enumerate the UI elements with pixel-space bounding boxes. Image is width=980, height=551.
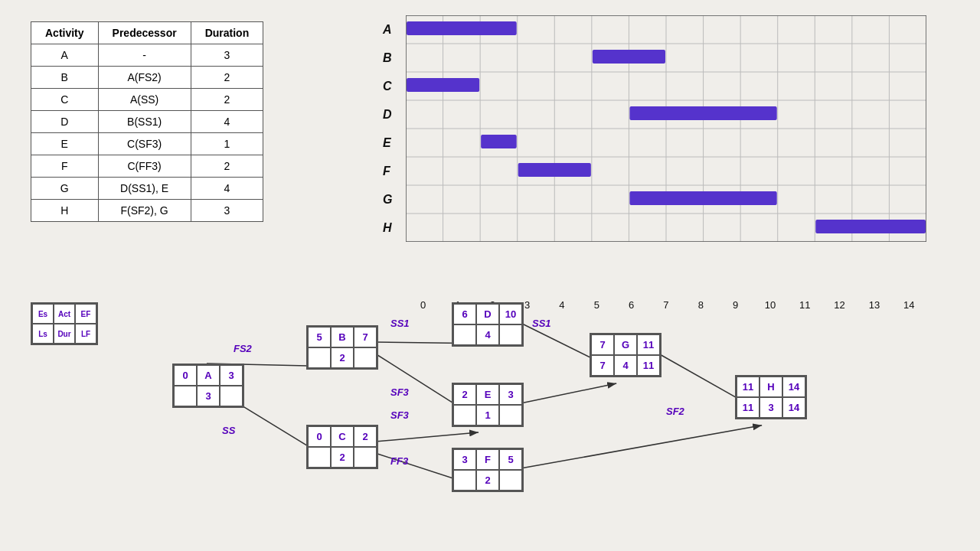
node-cell-B-1: B (331, 327, 354, 347)
node-G: 7G117411 (590, 333, 662, 377)
node-cell-B-4: 2 (331, 347, 354, 368)
node-cell-C-1: C (331, 426, 354, 447)
table-row: HF(SF2), G3 (31, 200, 263, 222)
table-cell-6-2: 4 (191, 178, 263, 200)
node-cell-B-5 (354, 347, 377, 368)
svg-line-36 (375, 342, 479, 344)
legend-cell-2: EF (75, 304, 96, 324)
table-cell-1-1: A(FS2) (98, 67, 191, 89)
node-cell-H-2: 14 (782, 377, 805, 397)
node-cell-F-3 (453, 470, 476, 491)
node-cell-F-4: 2 (476, 470, 499, 491)
table-cell-0-1: - (98, 44, 191, 67)
gantt-x-label-2: 2 (475, 299, 510, 311)
gantt-x-label-7: 7 (648, 299, 683, 311)
table-cell-7-2: 3 (191, 200, 263, 222)
gantt-x-label-5: 5 (580, 299, 614, 311)
table-cell-2-1: A(SS) (98, 89, 191, 111)
activity-table: Activity Predecessor Duration A-3BA(FS2)… (31, 21, 263, 222)
node-cell-B-2: 7 (354, 327, 377, 347)
node-cell-E-1: E (476, 384, 499, 405)
node-B: 5B72 (306, 325, 378, 370)
table-row: BA(FS2)2 (31, 67, 263, 89)
node-H: 11H1411314 (735, 375, 807, 419)
node-cell-E-4: 1 (476, 405, 499, 425)
network-arrows-svg (23, 298, 972, 543)
node-cell-G-0: 7 (591, 334, 614, 355)
node-cell-B-3 (308, 347, 331, 368)
table-row: DB(SS1)4 (31, 111, 263, 133)
node-cell-C-4: 2 (331, 447, 354, 468)
gantt-x-label-3: 3 (510, 299, 544, 311)
gantt-x-label-0: 0 (406, 299, 440, 311)
node-cell-A-5 (220, 386, 243, 406)
node-cell-F-1: F (476, 449, 499, 470)
gantt-x-label-6: 6 (614, 299, 648, 311)
table-row: FC(FF3)2 (31, 155, 263, 178)
node-cell-D-4: 4 (476, 324, 499, 345)
legend-cell-1: Act (54, 304, 75, 324)
gantt-x-label-14: 14 (892, 299, 926, 311)
node-cell-H-0: 11 (737, 377, 760, 397)
node-cell-G-3: 7 (591, 355, 614, 376)
node-cell-H-1: H (760, 377, 782, 397)
node-cell-F-2: 5 (499, 449, 522, 470)
node-cell-E-0: 2 (453, 384, 476, 405)
table-cell-3-1: B(SS1) (98, 111, 191, 133)
col-header-duration: Duration (191, 22, 263, 44)
node-cell-A-3 (174, 386, 197, 406)
arrow-label-4: SF3 (390, 409, 409, 421)
gantt-y-label-D: D (383, 100, 392, 129)
svg-rect-29 (518, 163, 591, 177)
node-cell-F-0: 3 (453, 449, 476, 470)
svg-line-35 (207, 384, 334, 462)
svg-rect-30 (629, 191, 776, 205)
table-cell-6-1: D(SS1), E (98, 178, 191, 200)
svg-rect-31 (815, 220, 926, 233)
legend-cell-3: Ls (32, 324, 54, 344)
table-cell-4-2: 1 (191, 133, 263, 155)
node-F: 3F52 (452, 448, 524, 492)
table-cell-2-2: 2 (191, 89, 263, 111)
node-cell-C-5 (354, 447, 377, 468)
table-cell-4-1: C(SF3) (98, 133, 191, 155)
table-cell-5-2: 2 (191, 155, 263, 178)
svg-line-41 (521, 383, 616, 403)
node-cell-C-3 (308, 447, 331, 468)
node-cell-A-4: 3 (197, 386, 220, 406)
gantt-y-label-H: H (383, 214, 392, 242)
node-cell-D-3 (453, 324, 476, 345)
svg-rect-28 (481, 135, 517, 148)
legend-cell-0: Es (32, 304, 54, 324)
node-cell-C-2: 2 (354, 426, 377, 447)
gantt-x-label-13: 13 (857, 299, 891, 311)
node-E: 2E31 (452, 383, 524, 427)
node-cell-E-3 (453, 405, 476, 425)
node-cell-H-4: 3 (760, 397, 782, 418)
svg-rect-27 (629, 106, 776, 120)
node-cell-G-4: 4 (614, 355, 637, 376)
activity-table-section: Activity Predecessor Duration A-3BA(FS2)… (31, 21, 263, 222)
table-row: CA(SS)2 (31, 89, 263, 111)
table-row: EC(SF3)1 (31, 133, 263, 155)
node-cell-F-5 (499, 470, 522, 491)
node-cell-B-0: 5 (308, 327, 331, 347)
legend-cell-4: Dur (54, 324, 75, 344)
gantt-x-label-4: 4 (544, 299, 579, 311)
gantt-y-label-G: G (383, 185, 392, 214)
node-cell-G-5: 11 (637, 355, 660, 376)
table-row: A-3 (31, 44, 263, 67)
arrow-label-3: SF3 (390, 386, 409, 398)
node-cell-H-5: 14 (782, 397, 805, 418)
svg-line-38 (375, 432, 479, 442)
gantt-y-labels: ABCDEFGH (383, 15, 392, 242)
col-header-predecessor: Predecessor (98, 22, 191, 44)
arrow-label-5: FF3 (390, 455, 408, 467)
svg-line-40 (521, 323, 617, 371)
table-cell-6-0: G (31, 178, 99, 200)
node-A: 0A33 (172, 364, 244, 408)
table-row: GD(SS1), E4 (31, 178, 263, 200)
gantt-y-label-E: E (383, 129, 392, 157)
gantt-x-label-10: 10 (753, 299, 787, 311)
node-cell-A-1: A (197, 365, 220, 386)
